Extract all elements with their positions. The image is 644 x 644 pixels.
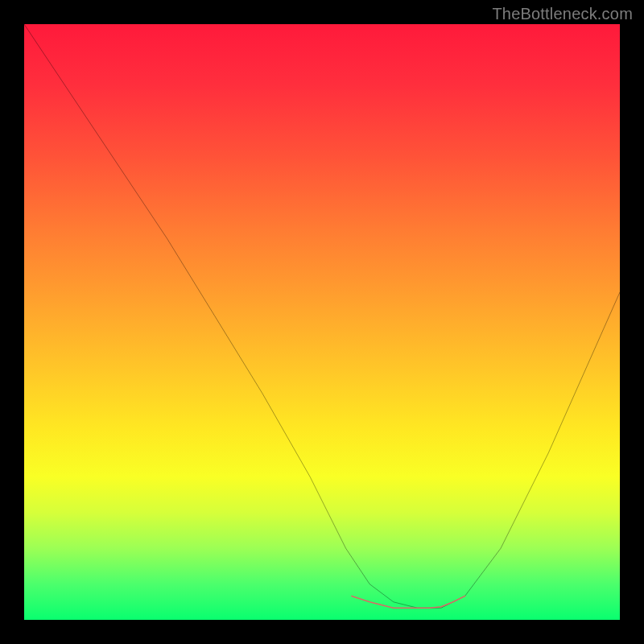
main-curve-path [24,24,620,608]
chart-frame: TheBottleneck.com [0,0,644,644]
curve-svg [24,24,620,620]
highlight-bottom-path [352,596,465,608]
plot-area [24,24,620,620]
watermark-text: TheBottleneck.com [492,5,633,23]
